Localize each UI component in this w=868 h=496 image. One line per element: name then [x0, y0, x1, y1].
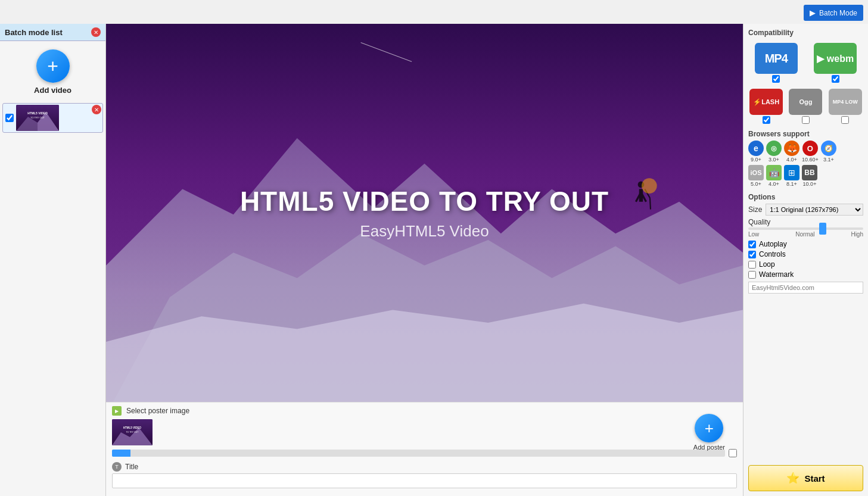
- mp4low-checkbox[interactable]: [841, 116, 849, 124]
- firefox-icon: 🦊: [784, 141, 799, 156]
- flash-text: ⚡LASH: [753, 98, 779, 106]
- start-button[interactable]: ⭐ Start: [748, 465, 863, 491]
- progress-bar: [112, 450, 725, 457]
- flash-badge: ⚡LASH: [749, 89, 783, 115]
- poster-images-row: HTML5 VIDEO TO TRY OUT + Add poster: [112, 419, 737, 445]
- mobile-icons-row: iOS 5.0+ 🤖 4.0+ ⊞ 8.1+ BB 10.0+: [748, 165, 863, 187]
- controls-option: Controls: [748, 250, 863, 258]
- mp4-text: MP4: [765, 52, 788, 65]
- play-icon: ▶: [810, 8, 816, 17]
- browser-icons-row: e 9.0+ ◎ 3.0+ 🦊 4.0+ O 10.60+: [748, 141, 863, 163]
- size-label: Size: [748, 205, 762, 214]
- ie-version: 9.0+: [751, 157, 761, 163]
- svg-text:HTML5 VIDEO: HTML5 VIDEO: [123, 426, 142, 429]
- bottom-panel: ▶ Select poster image: [106, 402, 743, 496]
- watermark-checkbox[interactable]: [748, 271, 756, 279]
- flash-check-row: [763, 116, 770, 124]
- batch-mode-button[interactable]: ▶ Batch Mode: [804, 5, 863, 21]
- mp4low-check-row: [841, 116, 849, 124]
- controls-checkbox[interactable]: [748, 251, 756, 258]
- flash-checkbox[interactable]: [763, 116, 770, 124]
- video-item-checkbox[interactable]: [5, 114, 14, 122]
- add-poster-icon: +: [695, 414, 723, 442]
- start-star-icon: ⭐: [786, 472, 799, 485]
- autoplay-option: Autoplay: [748, 240, 863, 248]
- compatibility-label: Compatibility: [748, 29, 863, 37]
- safari-version: 3.1+: [823, 157, 834, 163]
- browser-firefox: 🦊 4.0+: [784, 141, 799, 163]
- mobile-blackberry: BB 10.0+: [802, 165, 817, 187]
- poster-row: ▶ Select poster image: [112, 406, 737, 416]
- options-label: Options: [748, 193, 863, 201]
- compat-ogg: Ogg: [788, 89, 823, 124]
- right-panel: Compatibility MP4 ▶ webm: [743, 24, 868, 496]
- add-poster-label: Add poster: [693, 444, 725, 451]
- start-label: Start: [804, 473, 825, 483]
- mobile-windows: ⊞ 8.1+: [784, 165, 799, 187]
- title-icon: T: [112, 462, 122, 472]
- close-sidebar-button[interactable]: ✕: [91, 27, 101, 37]
- sidebar-header: Batch mode list ✕: [0, 24, 105, 41]
- watermark-input[interactable]: [748, 282, 863, 294]
- quality-row: Quality Low Normal High: [748, 218, 863, 238]
- poster-thumbnail: HTML5 VIDEO TO TRY OUT: [112, 419, 153, 445]
- title-input[interactable]: EasyHTML5 Video: [112, 473, 737, 488]
- android-version: 4.0+: [769, 181, 779, 187]
- loop-option: Loop: [748, 260, 863, 269]
- chrome-icon: ◎: [766, 141, 782, 156]
- ogg-checkbox[interactable]: [802, 116, 810, 124]
- svg-marker-9: [106, 304, 743, 402]
- select-poster-label[interactable]: Select poster image: [126, 407, 189, 415]
- ogg-text: Ogg: [799, 98, 812, 105]
- opera-icon: O: [802, 141, 818, 156]
- mobile-android: 🤖 4.0+: [766, 165, 782, 187]
- mp4low-text: MP4 LOW: [833, 99, 858, 105]
- browsers-label: Browsers support: [748, 130, 863, 138]
- list-item: HTML5 VIDEO TO TRY OUT ✕: [2, 103, 103, 133]
- blackberry-icon: BB: [802, 165, 817, 180]
- browser-opera: O 10.60+: [802, 141, 819, 163]
- opera-version: 10.60+: [802, 157, 819, 163]
- chrome-version: 3.0+: [769, 157, 779, 163]
- webm-check-row: [832, 75, 839, 83]
- main-content: HTML5 VIDEO TO TRY OUT EasyHTML5 Video ▶…: [106, 24, 743, 496]
- mp4low-badge: MP4 LOW: [829, 89, 862, 115]
- firefox-version: 4.0+: [786, 157, 797, 163]
- mp4-checkbox[interactable]: [772, 75, 780, 83]
- add-video-button[interactable]: + Add video: [34, 49, 71, 95]
- svg-text:TO TRY OUT: TO TRY OUT: [30, 116, 45, 119]
- windows-icon: ⊞: [784, 165, 799, 180]
- video-subtitle: EasyHTML5 Video: [240, 222, 609, 241]
- quality-high: High: [851, 231, 863, 238]
- add-video-label: Add video: [34, 86, 71, 95]
- video-preview: HTML5 VIDEO TO TRY OUT EasyHTML5 Video: [106, 24, 743, 402]
- ogg-badge: Ogg: [789, 89, 822, 115]
- webm-text: ▶ webm: [817, 53, 854, 64]
- safari-icon: 🧭: [821, 141, 836, 156]
- loop-label: Loop: [759, 260, 775, 269]
- video-remove-button[interactable]: ✕: [92, 105, 101, 114]
- autoplay-checkbox[interactable]: [748, 241, 756, 248]
- size-select[interactable]: 1:1 Original (1267x796): [766, 204, 863, 216]
- options-section: Options Size 1:1 Original (1267x796) Qua…: [748, 193, 863, 294]
- poster-icon: ▶: [112, 406, 122, 416]
- compat-flash: ⚡LASH: [748, 89, 784, 124]
- compat-grid-bottom: ⚡LASH Ogg MP4 LOW: [748, 89, 863, 124]
- autoplay-label: Autoplay: [759, 240, 787, 248]
- compat-grid-top: MP4 ▶ webm: [748, 43, 863, 83]
- loop-checkbox[interactable]: [748, 261, 756, 269]
- title-row: T Title: [112, 462, 737, 472]
- add-poster-button[interactable]: + Add poster: [693, 414, 725, 451]
- size-row: Size 1:1 Original (1267x796): [748, 204, 863, 216]
- quality-normal: Normal: [795, 231, 814, 238]
- watermark-label: Watermark: [759, 270, 794, 279]
- quality-thumb[interactable]: [819, 223, 826, 235]
- webm-badge: ▶ webm: [814, 43, 857, 74]
- svg-text:HTML5 VIDEO: HTML5 VIDEO: [27, 111, 48, 115]
- browser-support-section: Browsers support e 9.0+ ◎ 3.0+ 🦊 4.0+: [748, 130, 863, 187]
- webm-checkbox[interactable]: [832, 75, 839, 83]
- controls-label: Controls: [759, 250, 786, 258]
- progress-checkbox[interactable]: [729, 449, 737, 457]
- poster-section: ▶ Select poster image: [112, 406, 737, 457]
- sidebar-title: Batch mode list: [5, 28, 63, 37]
